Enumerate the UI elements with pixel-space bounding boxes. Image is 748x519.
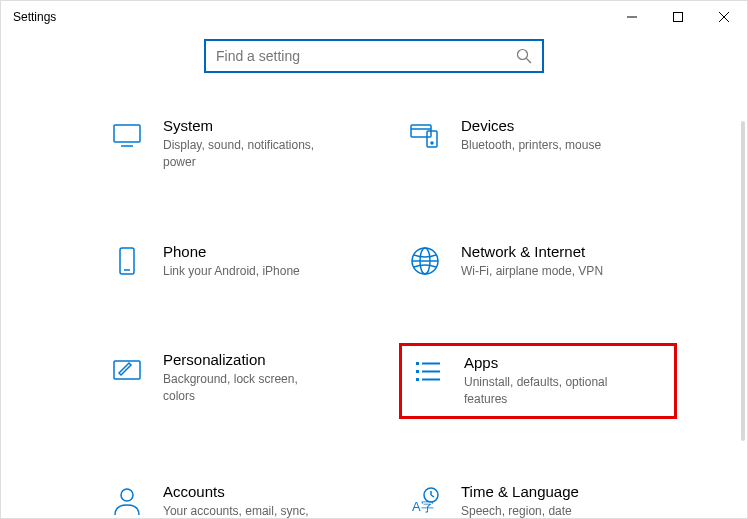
close-button[interactable] — [701, 1, 747, 33]
time-language-icon: A字 — [407, 483, 443, 519]
accounts-icon — [109, 483, 145, 519]
maximize-icon — [673, 12, 683, 22]
minimize-icon — [627, 12, 637, 22]
category-label: Time & Language — [461, 483, 669, 500]
svg-rect-22 — [416, 378, 419, 381]
category-system[interactable]: System Display, sound, notifications, po… — [101, 109, 379, 179]
window-title: Settings — [13, 10, 609, 24]
content-area: System Display, sound, notifications, po… — [1, 109, 747, 519]
search-box[interactable] — [204, 39, 544, 73]
svg-rect-1 — [674, 13, 683, 22]
category-desc: Uninstall, defaults, optional features — [464, 374, 634, 408]
category-label: Network & Internet — [461, 243, 669, 260]
category-desc: Display, sound, notifications, power — [163, 137, 333, 171]
svg-text:A字: A字 — [412, 499, 434, 514]
close-icon — [719, 12, 729, 22]
titlebar: Settings — [1, 1, 747, 33]
svg-point-4 — [518, 50, 528, 60]
search-container — [1, 39, 747, 73]
category-label: System — [163, 117, 371, 134]
categories-grid: System Display, sound, notifications, po… — [101, 109, 677, 519]
svg-point-24 — [121, 489, 133, 501]
network-icon — [407, 243, 443, 279]
svg-rect-20 — [416, 370, 419, 373]
apps-icon — [410, 354, 446, 390]
svg-rect-18 — [416, 362, 419, 365]
scrollbar[interactable] — [741, 121, 745, 441]
category-desc: Wi-Fi, airplane mode, VPN — [461, 263, 631, 280]
category-label: Apps — [464, 354, 666, 371]
category-label: Phone — [163, 243, 371, 260]
phone-icon — [109, 243, 145, 279]
window-controls — [609, 1, 747, 33]
category-apps[interactable]: Apps Uninstall, defaults, optional featu… — [399, 343, 677, 419]
svg-line-5 — [527, 59, 532, 64]
minimize-button[interactable] — [609, 1, 655, 33]
category-desc: Link your Android, iPhone — [163, 263, 333, 280]
svg-line-27 — [431, 495, 434, 497]
svg-rect-6 — [114, 125, 140, 142]
category-desc: Background, lock screen, colors — [163, 371, 333, 405]
svg-point-10 — [431, 142, 433, 144]
category-label: Devices — [461, 117, 669, 134]
personalization-icon — [109, 351, 145, 387]
system-icon — [109, 117, 145, 153]
category-phone[interactable]: Phone Link your Android, iPhone — [101, 235, 379, 288]
maximize-button[interactable] — [655, 1, 701, 33]
category-label: Accounts — [163, 483, 371, 500]
category-devices[interactable]: Devices Bluetooth, printers, mouse — [399, 109, 677, 179]
devices-icon — [407, 117, 443, 153]
category-desc: Your accounts, email, sync, work, other … — [163, 503, 333, 519]
category-time[interactable]: A字 Time & Language Speech, region, date — [399, 475, 677, 519]
category-personalization[interactable]: Personalization Background, lock screen,… — [101, 343, 379, 419]
category-accounts[interactable]: Accounts Your accounts, email, sync, wor… — [101, 475, 379, 519]
search-input[interactable] — [216, 48, 516, 64]
category-desc: Bluetooth, printers, mouse — [461, 137, 631, 154]
search-icon — [516, 48, 532, 64]
category-desc: Speech, region, date — [461, 503, 631, 519]
category-network[interactable]: Network & Internet Wi-Fi, airplane mode,… — [399, 235, 677, 288]
category-label: Personalization — [163, 351, 371, 368]
